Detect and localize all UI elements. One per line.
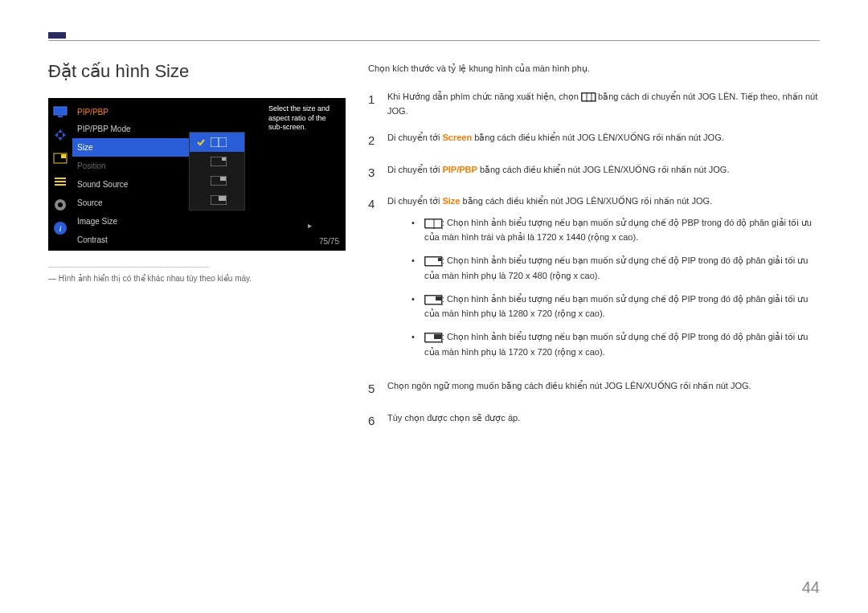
osd-tooltip: Select the size and aspect ratio of the … [268, 104, 341, 133]
bullet-text: : Chọn hình ảnh biểu tượng nếu bạn muốn … [424, 332, 808, 357]
bullet-item: • : Chọn hình ảnh biểu tượng nếu bạn muố… [411, 329, 820, 359]
step-text: bằng cách điều khiển nút JOG LÊN/XUỐNG r… [460, 196, 712, 206]
osd-option-selected [190, 133, 244, 152]
page-number: 44 [802, 578, 820, 597]
info-icon: i [53, 221, 68, 235]
step-text: Di chuyển tới [387, 196, 442, 206]
step-number: 5 [368, 378, 378, 399]
highlight-label: Screen [442, 133, 472, 142]
svg-point-12 [58, 202, 63, 207]
step-text: Tùy chọn được chọn sẽ được áp. [387, 411, 820, 431]
step-text: Di chuyển tới [387, 133, 442, 142]
pbp-split-icon [424, 219, 442, 228]
svg-rect-20 [220, 177, 226, 181]
osd-menu-item: Contrast [72, 231, 189, 249]
pip-medium-icon [424, 295, 442, 304]
bullet-text: : Chọn hình ảnh biểu tượng nếu bạn muốn … [424, 294, 808, 319]
step-text: Chọn ngôn ngữ mong muốn bằng cách điều k… [387, 378, 820, 399]
step-number: 2 [368, 130, 378, 151]
svg-marker-3 [58, 137, 63, 141]
pip-large-icon [424, 333, 442, 342]
step-3: 3 Di chuyển tới PIP/PBP bằng cách điều k… [368, 162, 820, 183]
svg-rect-33 [434, 334, 442, 339]
osd-screenshot: i PIP/PBP PIP/PBP Mode Size Position Sou… [48, 98, 346, 251]
svg-rect-8 [55, 178, 66, 179]
step-6: 6 Tùy chọn được chọn sẽ được áp. [368, 411, 820, 431]
bullet-item: • : Chọn hình ảnh biểu tượng nếu bạn muố… [411, 253, 820, 283]
osd-option [190, 171, 244, 190]
svg-rect-23 [582, 93, 596, 102]
step-number: 6 [368, 411, 378, 431]
osd-menu-item: PIP/PBP Mode [72, 120, 189, 138]
svg-rect-9 [55, 181, 66, 182]
gear-icon [53, 198, 68, 212]
bullet-item: • : Chọn hình ảnh biểu tượng nếu bạn muố… [411, 215, 820, 245]
svg-rect-7 [61, 154, 66, 158]
osd-menu-item: Image Size [72, 212, 189, 231]
osd-menu-header: PIP/PBP [72, 104, 189, 120]
osd-menu: PIP/PBP PIP/PBP Mode Size Position Sound… [72, 98, 189, 251]
osd-menu-item: Source [72, 194, 189, 212]
highlight-label: PIP/PBP [442, 165, 477, 174]
svg-text:i: i [59, 223, 61, 233]
pip-small-icon [424, 256, 442, 266]
svg-rect-31 [436, 296, 442, 300]
step-text: Di chuyển tới [387, 165, 442, 174]
step-number: 4 [368, 194, 378, 367]
note-text: ― Hình ảnh hiển thị có thể khác nhau tùy… [48, 274, 346, 283]
svg-marker-4 [55, 133, 58, 137]
settings-bars-icon [53, 174, 68, 189]
step-number: 1 [368, 89, 378, 119]
nav-arrows-icon [53, 128, 68, 142]
step-4: 4 Di chuyển tới Size bằng cách điều khiể… [368, 194, 820, 367]
step-5: 5 Chọn ngôn ngữ mong muốn bằng cách điều… [368, 378, 820, 399]
osd-sidebar-icons: i [48, 98, 72, 251]
osd-menu-item: Position [72, 157, 189, 175]
step-text: bằng cách điều khiển nút JOG LÊN/XUỐNG r… [472, 133, 724, 142]
svg-rect-1 [58, 116, 63, 117]
osd-page-indicator: 75/75 [319, 237, 339, 246]
menu-grid-icon [581, 92, 596, 101]
osd-menu-item: Sound Source [72, 175, 189, 194]
svg-rect-18 [222, 157, 226, 161]
step-1: 1 Khi Hướng dẫn phím chức năng xuất hiện… [368, 89, 820, 119]
step-text: bằng cách điều khiển nút JOG LÊN/XUỐNG r… [477, 165, 730, 174]
osd-options-panel [189, 132, 245, 210]
monitor-icon [53, 104, 68, 119]
bullet-text: : Chọn hình ảnh biểu tượng nếu bạn muốn … [424, 255, 808, 280]
svg-rect-29 [438, 258, 442, 261]
svg-rect-22 [219, 196, 226, 201]
step-text: Khi Hướng dẫn phím chức năng xuất hiện, … [387, 92, 581, 101]
svg-marker-2 [58, 129, 63, 133]
osd-option [190, 152, 244, 171]
pip-icon [53, 151, 68, 166]
bullet-item: • : Chọn hình ảnh biểu tượng nếu bạn muố… [411, 292, 820, 321]
step-number: 3 [368, 162, 378, 183]
svg-rect-0 [54, 107, 67, 115]
bullet-text: : Chọn hình ảnh biểu tượng nếu bạn muốn … [424, 218, 812, 243]
osd-option [190, 190, 244, 210]
intro-text: Chọn kích thước và tỷ lệ khung hình của … [368, 61, 820, 76]
svg-marker-5 [63, 133, 66, 137]
highlight-label: Size [442, 196, 460, 206]
page-title: Đặt cấu hình Size [48, 61, 346, 82]
osd-menu-item-selected: Size [72, 138, 189, 157]
step-2: 2 Di chuyển tới Screen bằng cách điều kh… [368, 130, 820, 151]
svg-rect-10 [55, 184, 66, 186]
